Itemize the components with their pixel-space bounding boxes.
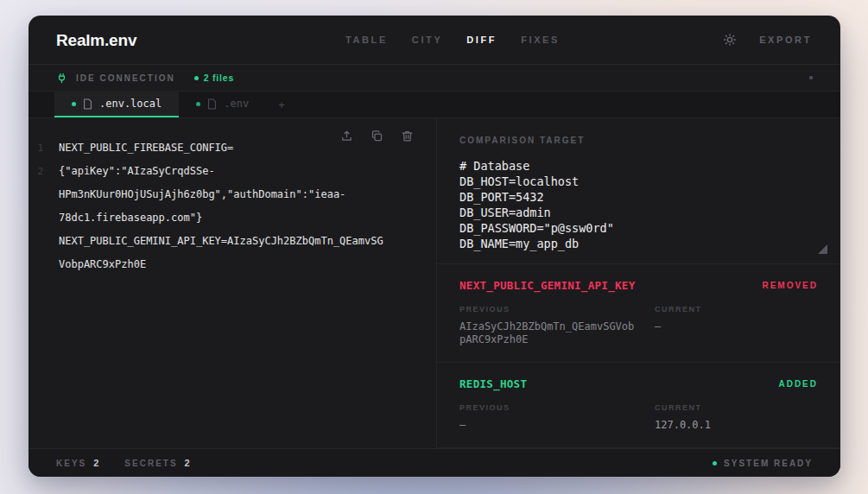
resize-handle[interactable] — [818, 244, 827, 254]
files-status: 2 files — [194, 73, 234, 83]
comparison-target-input[interactable]: # Database DB_HOST=localhost DB_PORT=543… — [459, 158, 818, 251]
connection-hint-dot — [809, 76, 813, 79]
previous-label: PREVIOUS — [459, 305, 655, 314]
line-text: NEXT_PUBLIC_GEMINI_API_KEY=AIzaSyCJh2BZb… — [59, 230, 383, 253]
status-bar: KEYS 2 SECRETS 2 SYSTEM READY — [29, 448, 840, 477]
env-editor[interactable]: 1NEXT_PUBLIC_FIREBASE_CONFIG= 2{"apiKey"… — [29, 118, 436, 448]
delete-button[interactable] — [401, 130, 414, 142]
line-number — [29, 183, 59, 206]
previous-value: — — [459, 419, 637, 432]
code-line: NEXT_PUBLIC_GEMINI_API_KEY=AIzaSyCJh2BZb… — [29, 230, 436, 253]
system-status: SYSTEM READY — [713, 459, 813, 468]
add-file-button[interactable]: + — [266, 92, 297, 117]
entry-header: REDIS_HOST ADDED — [459, 377, 818, 390]
line-number: 2 — [29, 160, 59, 183]
current-value: — — [655, 320, 818, 333]
keys-stat: KEYS 2 — [56, 458, 98, 468]
current-column: CURRENT — — [655, 305, 818, 346]
previous-label: PREVIOUS — [459, 403, 655, 412]
nav-tab-city[interactable]: CITY — [412, 35, 442, 45]
added-badge: ADDED — [778, 379, 818, 389]
app-logo: Realm.env — [56, 31, 136, 50]
editor-actions — [340, 130, 414, 142]
status-dot-icon — [194, 76, 199, 80]
previous-column: PREVIOUS — — [459, 403, 655, 432]
previous-column: PREVIOUS AIzaSyCJh2BZbQmTn_QEamvSGVobpAR… — [459, 305, 655, 346]
app-window: Realm.env TABLE CITY DIFF FIXES EXPORT — [29, 16, 840, 477]
entry-values: PREVIOUS AIzaSyCJh2BZbQmTn_QEamvSGVobpAR… — [459, 305, 818, 346]
ide-connection-label: IDE CONNECTION — [76, 73, 175, 83]
upload-icon — [340, 130, 353, 142]
line-text: 78dc1.firebaseapp.com"} — [59, 206, 202, 230]
diff-entry-added: REDIS_HOST ADDED PREVIOUS — CURRENT 127.… — [437, 363, 840, 448]
env-text-line: DB_HOST=localhost — [459, 174, 818, 189]
code-lines: 1NEXT_PUBLIC_FIREBASE_CONFIG= 2{"apiKey"… — [29, 136, 436, 276]
file-tab-label: .env.local — [99, 98, 162, 110]
secrets-stat: SECRETS 2 — [124, 458, 189, 468]
entry-key: NEXT_PUBLIC_GEMINI_API_KEY — [459, 279, 635, 292]
current-label: CURRENT — [655, 403, 818, 412]
current-column: CURRENT 127.0.0.1 — [655, 403, 818, 432]
env-text-line: DB_PASSWORD="p@ssw0rd" — [459, 220, 818, 236]
trash-icon — [401, 130, 414, 142]
system-status-label: SYSTEM READY — [724, 459, 813, 468]
code-line: 78dc1.firebaseapp.com"} — [29, 206, 436, 230]
file-icon — [83, 98, 92, 110]
file-icon — [207, 98, 217, 110]
env-text-line: DB_NAME=my_app_db — [459, 236, 818, 251]
env-text-line: DB_PORT=5432 — [459, 189, 818, 205]
line-number: 1 — [29, 136, 59, 160]
line-text: NEXT_PUBLIC_FIREBASE_CONFIG= — [59, 136, 233, 160]
secrets-count: 2 — [185, 458, 190, 468]
keys-label: KEYS — [56, 459, 86, 468]
plug-icon — [56, 73, 67, 84]
diff-entries: NEXT_PUBLIC_GEMINI_API_KEY REMOVED PREVI… — [437, 264, 840, 448]
copy-icon — [371, 130, 383, 142]
file-tab-env-local[interactable]: .env.local — [54, 92, 179, 117]
removed-badge: REMOVED — [762, 281, 818, 290]
entry-values: PREVIOUS — CURRENT 127.0.0.1 — [459, 403, 818, 432]
comparison-panel: COMPARISON TARGET # Database DB_HOST=loc… — [437, 118, 840, 448]
nav-tab-fixes[interactable]: FIXES — [521, 35, 560, 45]
previous-value: AIzaSyCJh2BZbQmTn_QEamvSGVobpARC9xPzh0E — [459, 320, 637, 346]
current-value: 127.0.0.1 — [655, 419, 818, 432]
comparison-target-section: COMPARISON TARGET # Database DB_HOST=loc… — [437, 118, 840, 264]
current-label: CURRENT — [655, 305, 818, 314]
env-text-line: DB_USER=admin — [459, 205, 818, 220]
comparison-target-label: COMPARISON TARGET — [459, 136, 818, 145]
code-line: VobpARC9xPzh0E — [29, 253, 436, 276]
sun-icon — [723, 33, 737, 47]
copy-button[interactable] — [371, 130, 383, 142]
upload-button[interactable] — [340, 130, 353, 142]
line-text: {"apiKey":"AIzaSyCrqdSSe- — [59, 160, 215, 183]
theme-toggle-button[interactable] — [723, 33, 737, 47]
file-tab-env[interactable]: .env — [179, 92, 266, 117]
header: Realm.env TABLE CITY DIFF FIXES EXPORT — [29, 16, 840, 65]
entry-header: NEXT_PUBLIC_GEMINI_API_KEY REMOVED — [459, 279, 818, 292]
status-dot-icon — [713, 461, 717, 466]
file-status-dot-icon — [196, 102, 200, 106]
keys-count: 2 — [93, 458, 98, 468]
code-line: HPm3nKUur0HOjUSujAjh6z0bg","authDomain":… — [29, 183, 436, 206]
entry-key: REDIS_HOST — [459, 377, 527, 390]
line-number — [29, 253, 59, 276]
code-line: 2{"apiKey":"AIzaSyCrqdSSe- — [29, 160, 436, 183]
file-status-dot-icon — [72, 102, 76, 106]
line-number — [29, 206, 59, 230]
env-text-line: # Database — [459, 158, 818, 174]
line-text: VobpARC9xPzh0E — [59, 253, 146, 276]
diff-entry-removed: NEXT_PUBLIC_GEMINI_API_KEY REMOVED PREVI… — [437, 264, 840, 363]
ide-connection-bar: IDE CONNECTION 2 files — [29, 65, 840, 92]
nav-tab-diff[interactable]: DIFF — [466, 35, 497, 45]
export-button[interactable]: EXPORT — [759, 35, 812, 45]
line-number — [29, 230, 59, 253]
file-tab-label: .env — [224, 98, 249, 110]
nav-tab-table[interactable]: TABLE — [345, 35, 388, 45]
line-text: HPm3nKUur0HOjUSujAjh6z0bg","authDomain":… — [59, 183, 345, 206]
header-right: EXPORT — [723, 16, 812, 64]
main-content: 1NEXT_PUBLIC_FIREBASE_CONFIG= 2{"apiKey"… — [29, 118, 840, 448]
main-nav: TABLE CITY DIFF FIXES — [345, 16, 560, 64]
secrets-label: SECRETS — [124, 459, 177, 468]
footer-stats: KEYS 2 SECRETS 2 — [56, 458, 190, 468]
file-tabs-bar: .env.local .env + — [29, 92, 840, 118]
